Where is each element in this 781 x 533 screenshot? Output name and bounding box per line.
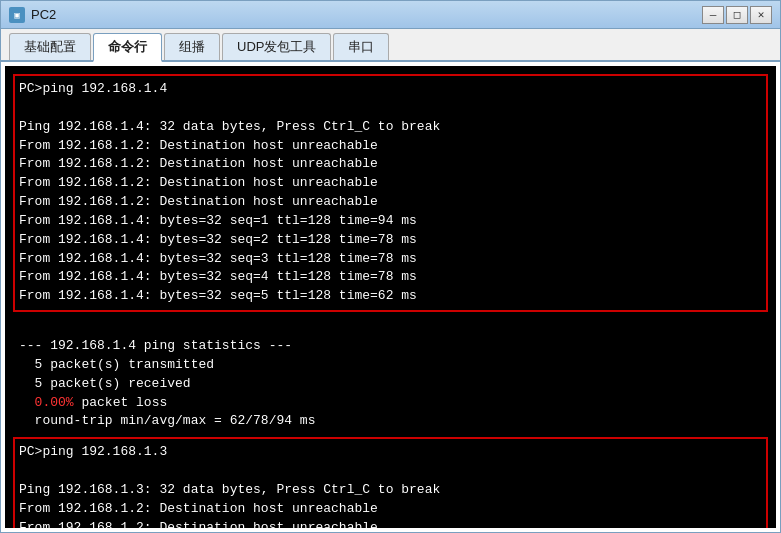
window-controls: — □ ✕ xyxy=(702,6,772,24)
ping-block-2: PC>ping 192.168.1.3 Ping 192.168.1.3: 32… xyxy=(13,437,768,528)
terminal-line: Ping 192.168.1.4: 32 data bytes, Press C… xyxy=(19,118,762,137)
terminal-line: From 192.168.1.4: bytes=32 seq=4 ttl=128… xyxy=(19,268,762,287)
terminal-line: From 192.168.1.2: Destination host unrea… xyxy=(19,174,762,193)
close-button[interactable]: ✕ xyxy=(750,6,772,24)
terminal-line: PC>ping 192.168.1.3 xyxy=(19,443,762,462)
terminal-line: From 192.168.1.2: Destination host unrea… xyxy=(19,500,762,519)
ping-block-1: PC>ping 192.168.1.4 Ping 192.168.1.4: 32… xyxy=(13,74,768,312)
app-icon: ▣ xyxy=(9,7,25,23)
tab-cmd[interactable]: 命令行 xyxy=(93,33,162,62)
tab-bar: 基础配置 命令行 组播 UDP发包工具 串口 xyxy=(1,29,780,62)
maximize-button[interactable]: □ xyxy=(726,6,748,24)
stats-line xyxy=(19,318,762,337)
terminal-line: From 192.168.1.2: Destination host unrea… xyxy=(19,193,762,212)
terminal-line: From 192.168.1.2: Destination host unrea… xyxy=(19,519,762,528)
main-window: ▣ PC2 — □ ✕ 基础配置 命令行 组播 UDP发包工具 串口 PC>pi… xyxy=(0,0,781,533)
stats-line: 5 packet(s) transmitted xyxy=(19,356,762,375)
tab-basic[interactable]: 基础配置 xyxy=(9,33,91,60)
terminal-line: From 192.168.1.2: Destination host unrea… xyxy=(19,155,762,174)
terminal-line xyxy=(19,99,762,118)
terminal-output[interactable]: PC>ping 192.168.1.4 Ping 192.168.1.4: 32… xyxy=(5,66,776,528)
minimize-button[interactable]: — xyxy=(702,6,724,24)
main-content: PC>ping 192.168.1.4 Ping 192.168.1.4: 32… xyxy=(1,62,780,532)
tab-udp[interactable]: UDP发包工具 xyxy=(222,33,331,60)
title-bar: ▣ PC2 — □ ✕ xyxy=(1,1,780,29)
terminal-line: From 192.168.1.4: bytes=32 seq=3 ttl=128… xyxy=(19,250,762,269)
tab-serial[interactable]: 串口 xyxy=(333,33,389,60)
terminal-line: From 192.168.1.4: bytes=32 seq=1 ttl=128… xyxy=(19,212,762,231)
terminal-line xyxy=(19,462,762,481)
stats-line: 0.00% packet loss xyxy=(19,394,762,413)
stats-line: round-trip min/avg/max = 62/78/94 ms xyxy=(19,412,762,431)
terminal-line: Ping 192.168.1.3: 32 data bytes, Press C… xyxy=(19,481,762,500)
stats-line: --- 192.168.1.4 ping statistics --- xyxy=(19,337,762,356)
tab-group[interactable]: 组播 xyxy=(164,33,220,60)
ping-stats-1: --- 192.168.1.4 ping statistics --- 5 pa… xyxy=(13,314,768,435)
terminal-line: PC>ping 192.168.1.4 xyxy=(19,80,762,99)
window-title: PC2 xyxy=(31,7,702,22)
stats-line: 5 packet(s) received xyxy=(19,375,762,394)
terminal-line: From 192.168.1.2: Destination host unrea… xyxy=(19,137,762,156)
terminal-line: From 192.168.1.4: bytes=32 seq=5 ttl=128… xyxy=(19,287,762,306)
terminal-line: From 192.168.1.4: bytes=32 seq=2 ttl=128… xyxy=(19,231,762,250)
